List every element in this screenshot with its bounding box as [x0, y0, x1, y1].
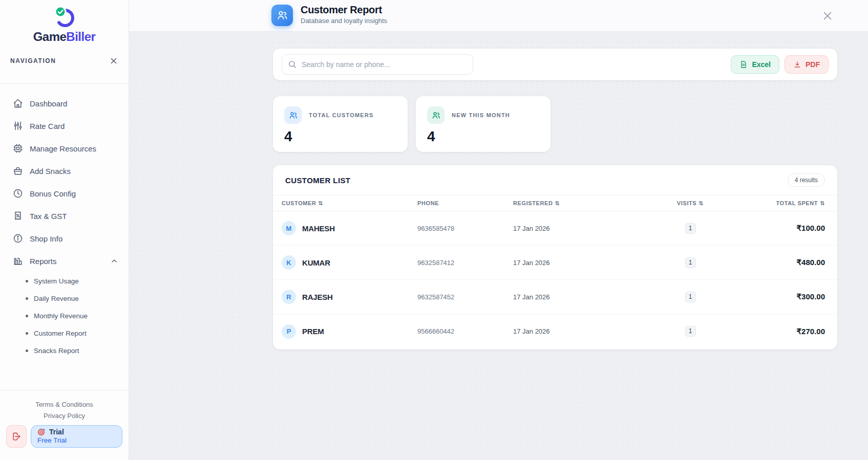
customer-name: RAJESH	[302, 293, 333, 301]
sidebar-subitem-monthly-revenue[interactable]: Monthly Revenue	[0, 307, 129, 324]
trial-plan-badge[interactable]: Trial Free Trial	[31, 425, 122, 448]
customer-total-spent: ₹270.00	[718, 327, 825, 336]
stat-label: NEW THIS MONTH	[452, 112, 510, 118]
page-title: Customer Report	[301, 4, 387, 16]
customer-phone: 9632587452	[417, 293, 513, 301]
sidebar-footer: Terms & Conditions Privacy Policy Trial …	[0, 390, 129, 448]
sort-icon	[698, 200, 704, 207]
sidebar-item-label: Reports	[30, 257, 57, 266]
excel-label: Excel	[752, 60, 771, 69]
customer-name: KUMAR	[302, 258, 330, 267]
column-header-customer[interactable]: CUSTOMER	[282, 200, 417, 207]
customer-total-spent: ₹100.00	[718, 224, 825, 233]
basket-icon	[13, 166, 23, 176]
sidebar-subitem-daily-revenue[interactable]: Daily Revenue	[0, 290, 129, 307]
stat-card-new-this-month: NEW THIS MONTH 4	[416, 96, 551, 152]
sidebar: GameBiller NAVIGATION Dashboard Rate Car…	[0, 0, 129, 460]
sort-icon	[820, 200, 825, 207]
customer-registered: 17 Jan 2026	[513, 293, 662, 301]
plan-name: Trial	[49, 428, 64, 436]
logout-button[interactable]	[6, 425, 27, 448]
customers-icon	[271, 5, 293, 26]
visits-badge: 1	[685, 326, 696, 337]
privacy-link[interactable]: Privacy Policy	[0, 412, 129, 420]
visits-badge: 1	[685, 292, 696, 302]
sidebar-item-label: Rate Card	[30, 122, 65, 130]
sidebar-item-rate-card[interactable]: Rate Card	[0, 115, 129, 137]
sidebar-item-reports[interactable]: Reports	[0, 250, 129, 272]
visits-badge: 1	[685, 257, 696, 268]
excel-file-icon	[739, 60, 748, 69]
bullet-icon	[26, 297, 28, 300]
customer-phone: 9636585478	[417, 225, 513, 232]
stat-label: TOTAL CUSTOMERS	[309, 112, 374, 118]
plan-detail: Free Trial	[37, 436, 117, 444]
bar-chart-icon	[13, 256, 23, 266]
table-row[interactable]: KKUMAR 9632587412 17 Jan 2026 1 ₹480.00	[273, 246, 837, 280]
sliders-icon	[13, 121, 23, 131]
sidebar-item-label: Shop Info	[30, 234, 62, 243]
column-header-visits[interactable]: VISITS	[662, 200, 718, 207]
brand-name: GameBiller	[0, 30, 129, 44]
sidebar-item-label: Add Snacks	[30, 167, 71, 176]
avatar: M	[282, 221, 296, 235]
visits-badge: 1	[685, 223, 696, 234]
pdf-label: PDF	[806, 60, 820, 69]
sidebar-nav: Dashboard Rate Card Manage Resources Add…	[0, 92, 129, 359]
receipt-icon	[13, 211, 23, 221]
reports-submenu: System Usage Daily Revenue Monthly Reven…	[0, 272, 129, 359]
customer-registered: 17 Jan 2026	[513, 327, 662, 335]
sidebar-item-add-snacks[interactable]: Add Snacks	[0, 160, 129, 182]
table-row[interactable]: MMAHESH 9636585478 17 Jan 2026 1 ₹100.00	[273, 211, 837, 246]
subitem-label: Monthly Revenue	[34, 312, 88, 320]
customer-name: MAHESH	[302, 224, 335, 233]
avatar: K	[282, 255, 296, 270]
sidebar-item-bonus-config[interactable]: Bonus Config	[0, 182, 129, 205]
target-icon	[37, 428, 46, 436]
search-export-toolbar: Excel PDF	[273, 49, 837, 80]
subitem-label: Customer Report	[34, 330, 87, 337]
users-icon	[427, 106, 444, 124]
customer-name: PREM	[302, 327, 324, 336]
export-pdf-button[interactable]: PDF	[785, 55, 829, 74]
subitem-label: Snacks Report	[34, 347, 79, 355]
sidebar-item-label: Dashboard	[30, 99, 67, 108]
terms-link[interactable]: Terms & Conditions	[0, 401, 129, 408]
export-excel-button[interactable]: Excel	[731, 55, 779, 74]
home-icon	[13, 98, 23, 108]
sidebar-subitem-customer-report[interactable]: Customer Report	[0, 324, 129, 342]
sidebar-subitem-snacks-report[interactable]: Snacks Report	[0, 342, 129, 359]
chevron-up-icon	[110, 257, 118, 265]
customer-phone: 9632587412	[417, 259, 513, 267]
chip-icon	[13, 143, 23, 154]
column-header-registered[interactable]: REGISTERED	[513, 200, 662, 207]
sidebar-item-dashboard[interactable]: Dashboard	[0, 92, 129, 115]
results-count-badge: 4 results	[788, 173, 825, 187]
sidebar-item-shop-info[interactable]: Shop Info	[0, 227, 129, 250]
search-icon	[288, 60, 297, 69]
customer-phone: 9566660442	[417, 327, 513, 335]
search-input[interactable]	[282, 54, 473, 75]
close-icon[interactable]	[821, 10, 834, 22]
table-row[interactable]: PPREM 9566660442 17 Jan 2026 1 ₹270.00	[273, 314, 837, 348]
sidebar-subitem-system-usage[interactable]: System Usage	[0, 272, 129, 290]
sidebar-item-label: Tax & GST	[30, 212, 67, 221]
table-row[interactable]: RRAJESH 9632587452 17 Jan 2026 1 ₹300.00	[273, 280, 837, 314]
sidebar-divider	[0, 83, 129, 84]
avatar: P	[282, 324, 296, 339]
customer-registered: 17 Jan 2026	[513, 259, 662, 267]
stat-value: 4	[284, 128, 397, 145]
clock-icon	[13, 188, 23, 199]
sidebar-item-manage-resources[interactable]: Manage Resources	[0, 137, 129, 160]
bullet-icon	[26, 315, 28, 317]
sidebar-item-label: Bonus Config	[30, 189, 76, 198]
sidebar-item-tax-gst[interactable]: Tax & GST	[0, 205, 129, 227]
bullet-icon	[26, 349, 28, 352]
sidebar-close-icon[interactable]	[109, 56, 118, 65]
stat-card-total-customers: TOTAL CUSTOMERS 4	[273, 96, 408, 152]
page-subtitle: Database and loyalty insights	[301, 17, 387, 25]
column-header-total-spent[interactable]: TOTAL SPENT	[718, 200, 825, 207]
sidebar-item-label: Manage Resources	[30, 144, 96, 153]
bullet-icon	[26, 332, 28, 335]
page-header: Customer Report Database and loyalty ins…	[129, 0, 868, 32]
